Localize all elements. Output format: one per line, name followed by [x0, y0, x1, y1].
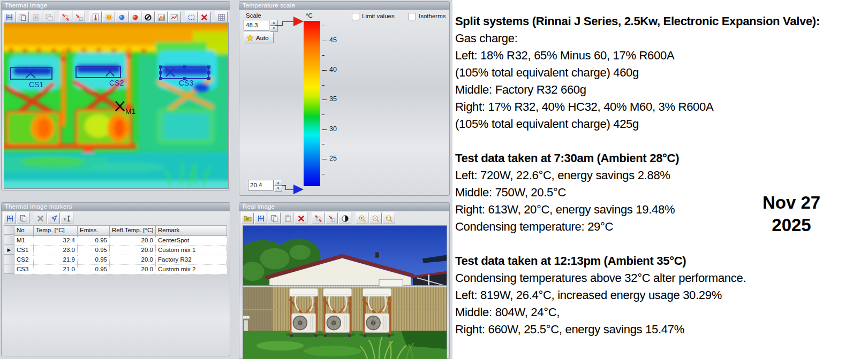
- date-line-1: Nov 27: [749, 192, 834, 214]
- min-scale-handle[interactable]: [293, 185, 304, 194]
- scale-min-up-button[interactable]: ▲: [274, 180, 282, 186]
- thermal-image-view: CS1 CS2 CS3 M1: [4, 22, 229, 189]
- delete-icon[interactable]: [198, 11, 211, 23]
- cell-remark: Custom mix 1: [156, 246, 227, 255]
- shrink-icon[interactable]: [325, 212, 338, 224]
- column-header: Refl.Temp. [°C]: [110, 225, 156, 236]
- contrast-icon[interactable]: [338, 212, 351, 224]
- shrink-icon[interactable]: [73, 11, 86, 23]
- table-row[interactable]: M132.40.9520.0CenterSpot: [4, 236, 227, 246]
- thermal-analysis-app: Thermal image: [0, 0, 868, 359]
- sun-icon[interactable]: [102, 11, 115, 23]
- scale-major-tick: [322, 159, 327, 159]
- open-icon[interactable]: [241, 212, 254, 224]
- scale-min-down-button[interactable]: ▼: [274, 186, 282, 192]
- max-scale-handle[interactable]: [293, 17, 304, 26]
- zoom-in-icon[interactable]: [356, 212, 368, 224]
- toolbar-separator: [212, 12, 215, 22]
- note-line: Middle: Factory R32 660g: [455, 81, 867, 98]
- row-selector[interactable]: [4, 255, 14, 264]
- note-line: Left: 720W, 22.6°C, energy savings 2.88%: [455, 167, 867, 184]
- note-line: Right: 660W, 25.5°C, energy savings 15.4…: [455, 321, 867, 338]
- scale-major-tick: [322, 129, 327, 130]
- auto-scale-button[interactable]: Auto: [244, 32, 274, 43]
- star-icon: [246, 34, 254, 42]
- row-selector-header: [4, 225, 14, 235]
- real-panel-title: Real image: [239, 203, 449, 211]
- histogram-icon[interactable]: [155, 11, 168, 23]
- pointer-icon[interactable]: [47, 212, 60, 224]
- save-icon[interactable]: [3, 212, 16, 224]
- scale-min-spinner: ▲ ▼: [248, 180, 282, 190]
- real-photo: [243, 226, 447, 359]
- markers-panel-title: Thermal image markers: [2, 203, 230, 211]
- auto-button-label: Auto: [256, 35, 269, 41]
- save-icon[interactable]: [3, 11, 16, 23]
- toolbar-separator: [86, 12, 89, 22]
- note-line: Middle: 804W, 24°C,: [455, 304, 867, 321]
- scale-min-input[interactable]: [248, 180, 274, 190]
- cell-remark: Custom mix 2: [156, 265, 227, 274]
- thermal-markers-panel: Thermal image markers c NoTemp. [°C]Emis…: [1, 202, 230, 356]
- delete-icon: [34, 212, 47, 224]
- note-line: (105% total equivalent charge) 460g: [455, 64, 867, 81]
- scale-tick-label: 30: [329, 125, 337, 133]
- scale-max-input[interactable]: [244, 20, 269, 30]
- thermal-image: CS1 CS2 CS3 M1: [4, 23, 228, 188]
- row-selector[interactable]: ▶: [4, 246, 14, 255]
- note-line: Right: 17% R32, 40% HC32, 40% M60, 3% R6…: [455, 98, 867, 116]
- thermometer-icon[interactable]: [89, 11, 102, 23]
- table-row[interactable]: ▶CS123.00.9520.0Custom mix 1: [4, 246, 227, 255]
- scale-panel-title: Temperature scale: [239, 2, 449, 10]
- table-row[interactable]: CS321.00.9520.0Custom mix 2: [4, 265, 227, 274]
- column-header: Emiss.: [78, 225, 110, 236]
- cell-emiss: 0.95: [78, 236, 110, 246]
- enlarge-icon[interactable]: [59, 11, 72, 23]
- scale-tick-label: 25: [329, 155, 337, 162]
- no-measure-icon[interactable]: [142, 11, 155, 23]
- scale-major-tick: [322, 41, 327, 41]
- zoom-out-icon[interactable]: [369, 212, 382, 224]
- cold-spot-icon[interactable]: [116, 11, 129, 23]
- markers-toolbar: c: [2, 211, 230, 225]
- enlarge-icon[interactable]: [312, 212, 324, 224]
- profile-icon[interactable]: [168, 11, 181, 23]
- note-line: Gas charge:: [455, 30, 867, 47]
- save-icon[interactable]: [254, 212, 267, 224]
- cell-no: CS1: [14, 246, 34, 255]
- grid-icon[interactable]: [215, 11, 228, 23]
- note-heading: Test data taken at 12:13pm (Ambient 35°C…: [455, 253, 867, 270]
- hot-spot-icon[interactable]: [129, 11, 142, 23]
- cell-emiss: 0.95: [78, 255, 110, 265]
- real-image-view: [243, 225, 447, 359]
- toolbar-separator: [308, 213, 312, 224]
- limit-values-checkbox[interactable]: [352, 13, 359, 20]
- scale-minor-tick: [322, 114, 324, 115]
- selection-icon[interactable]: [185, 11, 198, 23]
- copy-icon[interactable]: [17, 11, 29, 23]
- rename-icon[interactable]: c: [61, 212, 73, 224]
- scale-max-spinner: ▲ ▼: [244, 20, 278, 30]
- scale-minor-tick: [322, 26, 324, 26]
- note-spacer: [455, 133, 867, 150]
- paste-icon: [281, 212, 294, 224]
- cascade-icon: [43, 11, 56, 23]
- svg-text:1:1: 1:1: [387, 216, 390, 219]
- marker-cs3-label: CS3: [179, 79, 193, 87]
- max-connector: [282, 21, 283, 26]
- scale-minor-tick: [322, 144, 324, 144]
- zoom-100-icon[interactable]: 1:1: [382, 212, 395, 224]
- scale-max-down-button[interactable]: ▼: [270, 26, 278, 32]
- isotherms-checkbox[interactable]: [409, 13, 416, 20]
- delete-icon[interactable]: [295, 212, 307, 224]
- table-row[interactable]: CS221.90.9520.0Factory R32: [4, 255, 227, 265]
- cell-refl_temp: 20.0: [110, 265, 156, 274]
- row-selector[interactable]: [4, 265, 14, 274]
- copy-icon[interactable]: [268, 212, 281, 224]
- max-connector: [275, 25, 283, 26]
- toolbar-separator: [30, 213, 34, 224]
- scale-tick-label: 45: [329, 36, 337, 44]
- copy-icon[interactable]: [17, 212, 29, 224]
- note-heading: Split systems (Rinnai J Series, 2.5Kw, E…: [455, 13, 867, 30]
- row-selector[interactable]: [4, 236, 14, 245]
